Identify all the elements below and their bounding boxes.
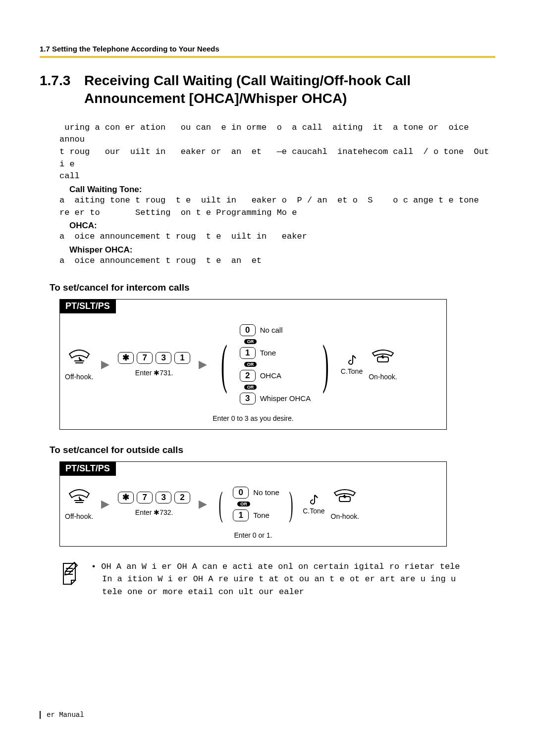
whisper-line: a oice announcement t roug t e an et (59, 255, 495, 267)
onhook-caption: On-hook. (331, 512, 360, 520)
note-line-3: tele one or more etail con ult our ealer (91, 586, 460, 599)
diagram-tab: PT/SLT/PS (59, 299, 116, 313)
key: 7 (137, 492, 153, 504)
ohca-line: a oice announcement t roug t e uilt in e… (59, 231, 495, 243)
option-row: 0 No call (239, 324, 283, 336)
option-label: Tone (260, 349, 276, 357)
option-label: No call (260, 326, 283, 334)
intro-line-1: uring a con er ation ou can e in orme o … (59, 122, 495, 146)
key: 0 (240, 324, 256, 336)
ctone-label: C.Tone (341, 367, 363, 375)
onhook-icon (370, 348, 396, 368)
bullet-icon: • (91, 562, 96, 571)
cwt-line-2: re er to Setting on t e Programming Mo e (59, 207, 495, 219)
brace-right-icon: ) (289, 488, 293, 519)
brace-left-icon: ( (221, 340, 227, 389)
key: 3 (240, 393, 256, 404)
enter-732-caption: Enter ✱732. (135, 508, 173, 516)
option-label: Tone (253, 511, 269, 519)
option-column-2: 0 No tone OR 1 Tone (232, 487, 279, 521)
onhook-step: On-hook. (331, 488, 360, 520)
option-column-1: 0 No call OR 1 Tone OR 2 OHCA OR 3 Whisp… (239, 324, 311, 404)
key: 7 (137, 352, 153, 364)
or-label: OR (244, 362, 257, 367)
ohca-label: OHCA: (69, 221, 495, 231)
running-header: 1.7 Setting the Telephone According to Y… (40, 45, 495, 53)
music-note-icon (308, 493, 320, 507)
option-row: 1 Tone (239, 347, 276, 359)
option-label: Whisper OHCA (260, 394, 311, 403)
arrow-icon: ▶ (197, 358, 209, 371)
arrow-icon: ▶ (99, 498, 111, 510)
section-number: 1.7.3 (40, 72, 84, 90)
note-line-1: OH A an W i er OH A can e acti ate onl o… (101, 562, 460, 571)
enter-731-caption: Enter ✱731. (135, 369, 173, 377)
intro-line-3: call (59, 170, 495, 183)
option-row: 0 No tone (232, 487, 279, 499)
offhook-step: Off-hook. (65, 348, 93, 381)
arrow-icon: ▶ (197, 498, 209, 510)
key: 1 (240, 347, 256, 359)
diagram-tab: PT/SLT/PS (59, 461, 116, 476)
note-line-2: In a ition W i er OH A re uire t at ot o… (91, 573, 460, 586)
key: ✱ (118, 492, 134, 504)
key: 0 (233, 487, 249, 499)
option-label: No tone (253, 488, 279, 497)
onhook-step: On-hook. (369, 348, 397, 381)
offhook-icon (67, 348, 92, 368)
subheading-intercom: To set/cancel for intercom calls (50, 282, 495, 293)
key: 2 (240, 370, 256, 382)
ctone-step: C.Tone (303, 493, 324, 515)
onhook-caption: On-hook. (369, 373, 397, 381)
intro-line-2: t roug our uilt in eaker or an et —e cau… (59, 146, 495, 170)
or-label: OR (237, 502, 250, 506)
section-heading: 1.7.3 Receiving Call Waiting (Call Waiti… (40, 72, 495, 108)
key: 3 (156, 352, 171, 364)
section-title: Receiving Call Waiting (Call Waiting/Off… (84, 72, 495, 108)
or-label: OR (244, 339, 257, 344)
offhook-icon (67, 488, 92, 507)
cwt-line-1: a aiting tone t roug t e uilt in eaker o… (59, 195, 495, 207)
music-note-icon (346, 353, 358, 367)
brace-left-icon: ( (219, 488, 223, 519)
dial-731-step: ✱ 7 3 1 Enter ✱731. (117, 352, 191, 377)
onhook-icon (331, 488, 358, 507)
arrow-icon: ▶ (99, 358, 111, 371)
key: 1 (174, 352, 190, 364)
key: ✱ (118, 352, 134, 364)
option-row: 1 Tone (232, 509, 269, 521)
note-block: •OH A an W i er OH A can e acti ate onl … (59, 560, 495, 599)
option-row: 3 Whisper OHCA (239, 393, 311, 404)
key: 1 (233, 509, 249, 521)
offhook-step: Off-hook. (65, 488, 93, 520)
footer-text: er Manual (40, 711, 84, 719)
ctone-step: C.Tone (341, 353, 363, 375)
diagram-intercom: PT/SLT/PS Off-hook. ▶ ✱ 7 3 1 Enter ✱731… (59, 299, 447, 430)
dial-732-step: ✱ 7 3 2 Enter ✱732. (117, 492, 191, 516)
whisper-label: Whisper OHCA: (69, 245, 495, 255)
option-subcaption-2: Enter 0 or 1. (60, 531, 446, 546)
offhook-caption: Off-hook. (65, 373, 93, 381)
option-row: 2 OHCA (239, 370, 281, 382)
key: 3 (156, 492, 171, 504)
header-rule (40, 56, 495, 58)
option-subcaption-1: Enter 0 to 3 as you desire. (60, 414, 446, 429)
cwt-label: Call Waiting Tone: (69, 185, 495, 195)
note-icon (59, 560, 81, 585)
offhook-caption: Off-hook. (65, 512, 93, 520)
option-label: OHCA (260, 371, 281, 380)
key: 2 (174, 492, 190, 504)
subheading-outside: To set/cancel for outside calls (50, 445, 495, 455)
or-label: OR (244, 385, 257, 390)
diagram-outside: PT/SLT/PS Off-hook. ▶ ✱ 7 3 2 Enter ✱732… (59, 461, 447, 547)
ctone-label: C.Tone (303, 507, 324, 515)
brace-right-icon: ) (322, 340, 329, 389)
